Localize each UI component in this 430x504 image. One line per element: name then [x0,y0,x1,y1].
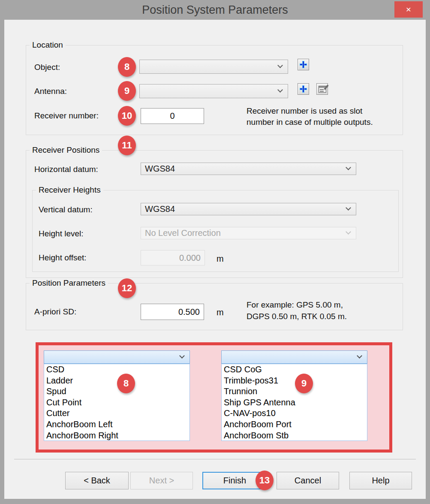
list-item[interactable]: Ship GPS Antenna [222,397,367,408]
antenna-list-combobox-header[interactable] [221,350,367,364]
annotation-badge-12: 12 [118,278,136,298]
close-icon: × [406,4,411,15]
annotation-highlight-box: CSD Ladder Spud Cut Point Cutter AnchorB… [36,342,392,453]
height-level-label: Height level: [39,229,84,238]
list-item[interactable]: AnchorBoom Right [44,430,189,441]
height-offset-input [141,250,205,266]
object-list-combobox-header[interactable] [44,350,190,364]
antenna-dropdown-list: CSD CoG Trimble-pos31 Trunnion Ship GPS … [221,364,367,441]
vertical-datum-combobox[interactable]: WGS84 [141,203,356,215]
receiver-number-hint: Receiver number is used as slot number i… [247,106,373,128]
vertical-datum-label: Vertical datum: [39,205,93,214]
list-item[interactable]: CSD [44,364,189,375]
list-item[interactable]: AnchorBoom Left [44,419,189,430]
add-object-button[interactable] [298,59,309,70]
position-parameters-legend: Position Parameters [30,278,108,288]
list-item[interactable]: Cut Point [44,397,189,408]
list-item[interactable]: Trimble-pos31 [222,375,367,386]
height-level-value: No Level Correction [141,228,221,238]
horizontal-datum-combobox[interactable]: WGS84 [141,163,356,175]
annotation-badge-10: 10 [118,106,136,126]
next-button: Next > [130,472,193,489]
receiver-number-label: Receiver number: [34,111,99,121]
annotation-badge-9: 9 [118,81,136,101]
chevron-down-icon [277,87,283,93]
list-item[interactable]: Cutter [44,408,189,419]
chevron-down-icon [357,353,362,359]
list-item[interactable]: Trunnion [222,386,367,397]
chevron-down-icon [346,165,351,170]
antenna-properties-button[interactable] [316,83,328,95]
receiver-heights-legend: Receiver Heights [36,185,103,195]
chevron-down-icon [277,63,283,68]
list-item[interactable]: AnchorBoom Port [222,419,367,430]
chevron-down-icon [179,353,185,359]
annotation-badge-9-list: 9 [295,374,313,393]
help-button[interactable]: Help [349,472,412,489]
location-group-legend: Location [30,40,66,50]
receiver-positions-legend: Receiver Positions [30,145,102,155]
plus-icon [300,61,307,68]
object-label: Object: [34,63,60,72]
antenna-combobox[interactable] [139,84,288,98]
close-button[interactable]: × [394,1,423,18]
back-button[interactable]: < Back [65,472,129,489]
apriori-sd-unit: m [217,308,224,317]
annotation-badge-13: 13 [256,471,274,490]
annotation-badge-8: 8 [118,57,136,77]
object-dropdown-list: CSD Ladder Spud Cut Point Cutter AnchorB… [44,364,190,441]
antenna-label: Antenna: [34,87,67,96]
chevron-down-icon [346,229,351,235]
apriori-sd-label: A-priori SD: [34,307,76,317]
vertical-datum-value: WGS84 [141,204,175,214]
position-system-parameters-dialog: Position System Parameters × Location Ob… [0,0,430,504]
horizontal-datum-label: Horizontal datum: [34,165,98,174]
list-item[interactable]: C-NAV-pos10 [222,408,367,419]
annotation-badge-11: 11 [118,136,136,155]
apriori-example-line1: For example: GPS 5.00 m, [247,299,347,311]
receiver-number-hint-line2: number in case of multiple outputs. [247,117,373,128]
annotation-badge-8-list: 8 [117,374,135,393]
apriori-example-text: For example: GPS 5.00 m, DGPS 0.50 m, RT… [247,299,347,322]
apriori-example-line2: DGPS 0.50 m, RTK 0.05 m. [247,311,347,322]
receiver-number-input[interactable] [141,108,204,124]
list-item[interactable]: AnchorBoom Stb [222,430,367,441]
dialog-title: Position System Parameters [0,3,430,17]
height-level-combobox: No Level Correction [141,227,356,239]
height-offset-unit: m [217,254,224,264]
apriori-sd-input[interactable] [141,304,204,320]
plus-icon [300,85,307,93]
height-offset-label: Height offset: [39,253,87,263]
cancel-button[interactable]: Cancel [277,472,339,489]
list-item[interactable]: CSD CoG [222,364,367,375]
antenna-properties-icon [319,86,326,93]
dialog-content: Location Object: Antenna: Receiver numbe… [4,20,426,499]
object-combobox[interactable] [139,60,288,74]
receiver-number-hint-line1: Receiver number is used as slot [247,106,373,117]
add-antenna-button[interactable] [298,83,309,95]
button-separator [14,459,416,459]
list-item[interactable]: Spud [44,386,189,397]
title-bar: Position System Parameters × [0,0,430,20]
chevron-down-icon [346,205,351,211]
horizontal-datum-value: WGS84 [141,164,175,174]
